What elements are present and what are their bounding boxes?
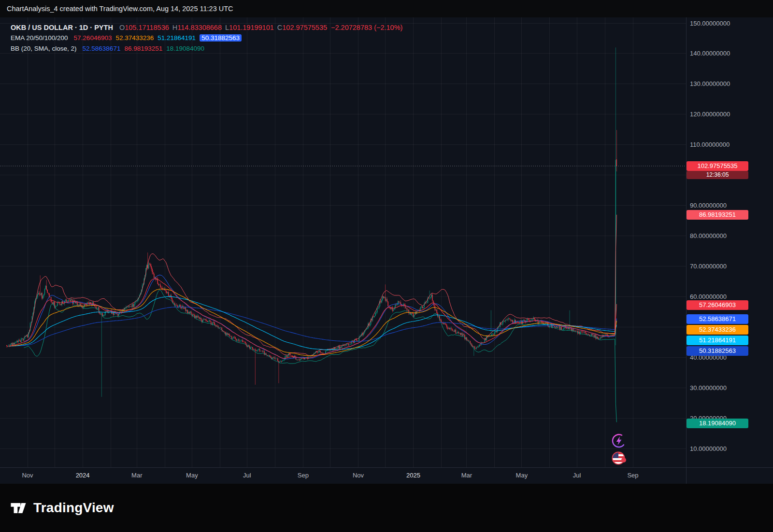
window-title-bar: ChartAnalysis_4 created with TradingView… <box>0 0 773 17</box>
ema20-line <box>10 279 617 358</box>
tradingview-logo-icon[interactable] <box>9 498 28 518</box>
high-value: 114.83308668 <box>177 24 222 31</box>
ema20-value: 57.26046903 <box>74 34 112 42</box>
high-label: H <box>172 24 177 31</box>
close-label: C <box>277 24 282 31</box>
down-candle-bodies <box>7 159 616 362</box>
close-value: 102.97575535 <box>282 24 327 31</box>
price-axis[interactable] <box>686 17 773 467</box>
up-candle-bodies <box>9 160 616 362</box>
ema-indicator-row: EMA 20/50/100/20057.2604690352.374332365… <box>11 33 402 43</box>
ema100-value: 51.21864191 <box>157 34 196 42</box>
plot-layer <box>0 47 686 422</box>
bb-indicator-row: BB (20, SMA, close, 2)52.5863867186.9819… <box>11 43 402 54</box>
footer-bar: TradingView <box>0 484 773 532</box>
change-value: −2.20728783 (−2.10%) <box>331 24 402 31</box>
down-candle-wicks <box>7 130 616 385</box>
bb-lower-value: 18.19084090 <box>166 45 204 52</box>
low-value: 101.19199101 <box>229 24 274 31</box>
chart-legend: OKB / US DOLLAR · 1D · PYTHO105.17118536… <box>11 22 402 54</box>
economic-calendar-button[interactable] <box>611 450 627 466</box>
window-title: ChartAnalysis_4 created with TradingView… <box>7 5 233 13</box>
ema200-value: 50.31882563 <box>200 34 242 42</box>
symbol-title[interactable]: OKB / US DOLLAR · 1D · PYTH <box>11 24 113 31</box>
ema100-line <box>10 296 617 350</box>
grid-layer <box>0 17 686 467</box>
low-label: L <box>225 24 229 31</box>
bb-lower-band-line <box>24 290 617 422</box>
us-flag-icon <box>611 450 627 466</box>
chart-canvas[interactable]: 10.0000000020.0000000030.0000000040.0000… <box>0 0 773 532</box>
up-candle-wicks <box>9 47 616 397</box>
time-axis[interactable] <box>0 467 773 484</box>
bb-upper-value: 86.98193251 <box>124 45 162 52</box>
open-label: O <box>119 24 125 31</box>
boost-lightning-icon <box>611 433 627 449</box>
symbol-row: OKB / US DOLLAR · 1D · PYTHO105.17118536… <box>11 22 402 33</box>
ema-indicator-title[interactable]: EMA 20/50/100/200 <box>11 34 68 42</box>
tradingview-wordmark[interactable]: TradingView <box>33 500 114 516</box>
bb-basis-value: 52.58638671 <box>83 45 121 52</box>
bb-indicator-title[interactable]: BB (20, SMA, close, 2) <box>11 45 77 52</box>
open-value: 105.17118536 <box>125 24 169 31</box>
ema50-value: 52.37433236 <box>115 34 154 42</box>
boost-button[interactable] <box>611 433 627 449</box>
